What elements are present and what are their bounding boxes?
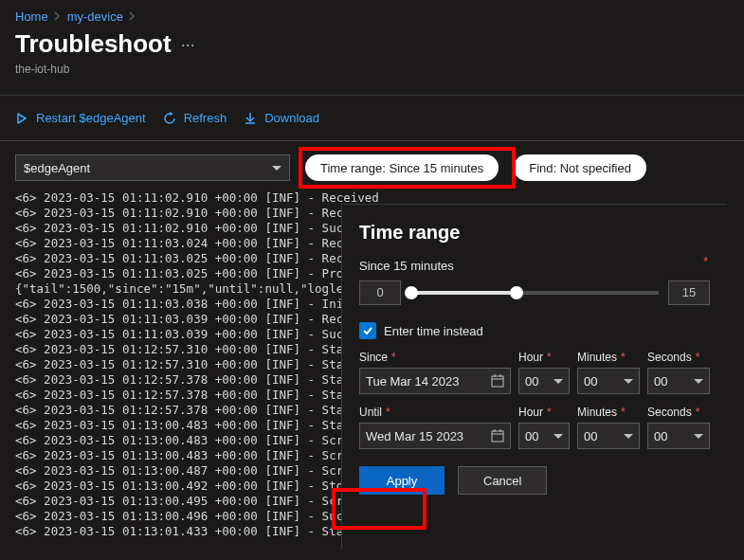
apply-button[interactable]: Apply xyxy=(359,466,445,495)
play-icon xyxy=(15,112,28,125)
since-minutes-select[interactable]: 00 xyxy=(577,368,640,394)
breadcrumb: Home my-device xyxy=(0,0,744,27)
until-minutes-select[interactable]: 00 xyxy=(577,423,640,449)
svg-rect-0 xyxy=(492,376,503,387)
slider-min-box[interactable]: 0 xyxy=(359,280,401,305)
chevron-right-icon xyxy=(54,9,62,24)
calendar-icon xyxy=(491,374,504,388)
chevron-down-icon xyxy=(553,434,563,439)
check-icon xyxy=(362,325,373,336)
time-range-panel: Time range * Since 15 minutes 0 15 Enter… xyxy=(341,204,727,550)
filters-row: $edgeAgent Time range: Since 15 minutes … xyxy=(0,147,744,190)
enter-time-checkbox[interactable] xyxy=(359,322,376,339)
since-seconds-select[interactable]: 00 xyxy=(647,368,710,394)
page-subtitle: the-iot-hub xyxy=(0,59,744,89)
download-icon xyxy=(244,112,257,125)
download-button[interactable]: Download xyxy=(244,111,319,125)
restart-agent-button[interactable]: Restart $edgeAgent xyxy=(15,111,146,125)
since-hour-select[interactable]: 00 xyxy=(518,368,570,394)
svg-rect-4 xyxy=(492,431,503,442)
since-date-field[interactable]: Tue Mar 14 2023 xyxy=(359,368,511,394)
page-title: Troubleshoot ··· xyxy=(0,27,744,59)
chevron-down-icon xyxy=(694,379,703,384)
chevron-down-icon xyxy=(624,434,633,439)
time-range-pill[interactable]: Time range: Since 15 minutes xyxy=(305,154,499,181)
chevron-right-icon xyxy=(129,9,136,24)
refresh-button[interactable]: Refresh xyxy=(163,111,227,125)
since-minutes-label: Since 15 minutes xyxy=(359,259,710,273)
chevron-down-icon xyxy=(624,379,633,384)
required-indicator: * xyxy=(703,254,708,268)
time-range-slider[interactable] xyxy=(410,291,659,295)
until-seconds-select[interactable]: 00 xyxy=(647,423,710,449)
cancel-button[interactable]: Cancel xyxy=(458,466,547,495)
until-date-field[interactable]: Wed Mar 15 2023 xyxy=(359,423,511,449)
until-hour-select[interactable]: 00 xyxy=(518,423,570,449)
panel-title: Time range xyxy=(359,222,710,244)
actionbar: Restart $edgeAgent Refresh Download xyxy=(0,101,744,135)
breadcrumb-device[interactable]: my-device xyxy=(67,9,123,24)
chevron-down-icon xyxy=(553,379,563,384)
module-select[interactable]: $edgeAgent xyxy=(15,154,290,181)
breadcrumb-home[interactable]: Home xyxy=(15,9,48,24)
more-actions-button[interactable]: ··· xyxy=(181,40,195,49)
enter-time-label: Enter time instead xyxy=(384,324,483,338)
calendar-icon xyxy=(491,429,504,443)
chevron-down-icon xyxy=(694,434,703,439)
find-pill[interactable]: Find: Not specified xyxy=(514,154,646,181)
chevron-down-icon xyxy=(272,166,281,171)
slider-max-box[interactable]: 15 xyxy=(668,280,710,305)
refresh-icon xyxy=(163,112,176,125)
